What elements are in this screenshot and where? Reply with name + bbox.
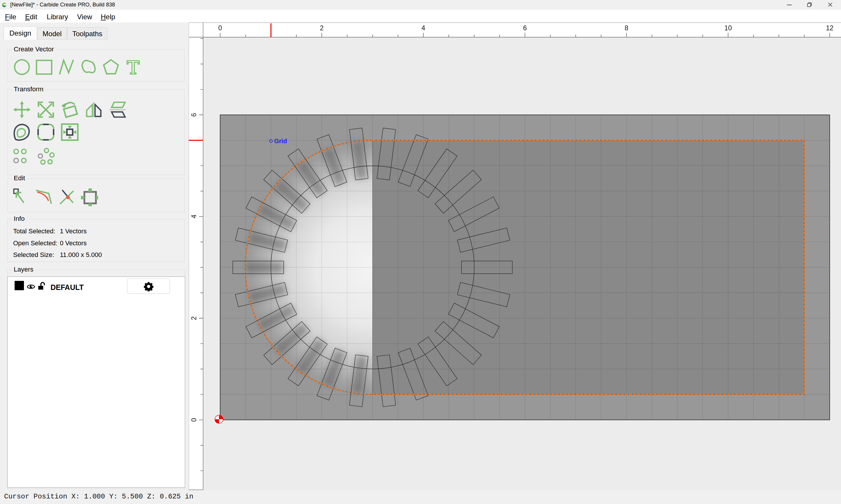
- svg-text:2: 2: [320, 24, 324, 32]
- svg-text:6: 6: [523, 24, 527, 32]
- svg-text:4: 4: [190, 215, 198, 218]
- svg-text:10: 10: [724, 24, 732, 32]
- svg-text:0: 0: [219, 24, 222, 32]
- svg-text:4: 4: [422, 24, 425, 32]
- svg-text:0: 0: [190, 418, 198, 422]
- svg-text:6: 6: [190, 113, 198, 117]
- svg-text:2: 2: [190, 317, 198, 320]
- svg-text:12: 12: [826, 24, 834, 32]
- svg-text:Grid: Grid: [274, 138, 287, 145]
- svg-text:8: 8: [624, 24, 629, 32]
